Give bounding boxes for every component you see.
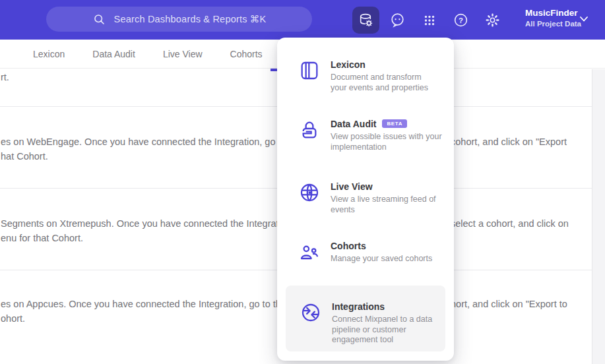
search-icon (92, 13, 106, 26)
menu-item-description: View a live streaming feed of events (331, 195, 453, 215)
gear-icon (484, 12, 501, 28)
question-circle-icon: ? (453, 12, 469, 28)
data-management-button[interactable] (352, 7, 379, 34)
project-name: MusicFinder (525, 7, 581, 19)
project-subtitle: All Project Data (525, 19, 581, 29)
integrations-arrows-icon (300, 302, 321, 323)
search-placeholder: Search Dashboards & Reports ⌘K (114, 14, 267, 24)
live-view-globe-icon (299, 182, 320, 203)
menu-item-lexicon[interactable]: Lexicon Document and transform your even… (299, 59, 439, 93)
row-text: es on WebEngage. Once you have connected… (1, 136, 302, 147)
data-audit-lock-icon (299, 119, 320, 140)
settings-button[interactable] (479, 7, 506, 34)
search-input[interactable]: Search Dashboards & Reports ⌘K (46, 7, 312, 32)
beta-badge: BETA (382, 119, 407, 128)
row-text: hort, and click on "Export to (451, 299, 567, 309)
menu-item-description: Connect Mixpanel to a data pipeline or c… (332, 315, 443, 346)
help-button[interactable]: ? (447, 7, 474, 34)
menu-item-title: Data Audit (331, 119, 376, 129)
row-text: hat Cohort. (1, 151, 48, 162)
menu-item-description: Document and transform your events and p… (331, 73, 439, 93)
row-text: Segments on Xtremepush. Once you have co… (1, 218, 294, 229)
cohorts-people-icon (299, 241, 320, 262)
menu-item-title: Live View (331, 181, 373, 192)
database-gear-icon (358, 12, 374, 28)
row-text: es on Appcues. Once you have connected t… (1, 299, 297, 309)
row-text: select a cohort, and click on (451, 218, 569, 229)
chevron-down-icon[interactable] (580, 16, 588, 22)
apps-grid-button[interactable] (416, 7, 443, 34)
menu-item-cohorts[interactable]: Cohorts Manage your saved cohorts (299, 241, 432, 264)
menu-item-data-audit[interactable]: Data AuditBETA View possible issues with… (299, 119, 454, 152)
menu-item-description: Manage your saved cohorts (331, 254, 432, 264)
menu-item-integrations[interactable]: Integrations Connect Mixpanel to a data … (300, 301, 443, 346)
menu-item-title: Lexicon (331, 59, 366, 70)
top-nav-bar: Search Dashboards & Reports ⌘K (0, 0, 605, 40)
menu-item-title: Integrations (332, 301, 385, 312)
tab-live-view[interactable]: Live View (163, 49, 203, 59)
chat-face-icon (389, 12, 406, 28)
scrollbar-gutter[interactable] (592, 69, 605, 364)
tab-data-audit[interactable]: Data Audit (92, 49, 135, 59)
tab-cohorts[interactable]: Cohorts (230, 49, 263, 59)
feedback-button[interactable] (384, 7, 411, 34)
row-text: enu for that Cohort. (1, 233, 83, 243)
row-text: rt. (1, 72, 9, 82)
data-management-dropdown: Lexicon Document and transform your even… (277, 38, 454, 361)
menu-item-live-view[interactable]: Live View View a live streaming feed of … (299, 181, 453, 215)
lexicon-book-icon (299, 60, 320, 81)
tab-lexicon[interactable]: Lexicon (33, 49, 65, 59)
menu-item-title: Cohorts (331, 241, 366, 251)
svg-text:?: ? (459, 16, 463, 24)
menu-item-description: View possible issues with your implement… (331, 132, 454, 152)
app-window: Search Dashboards & Reports ⌘K (0, 0, 605, 364)
row-text: ohort. (1, 313, 25, 324)
project-switcher[interactable]: MusicFinder All Project Data (525, 7, 581, 28)
row-text: cohort, and click on "Export (451, 136, 567, 147)
grid-dots-icon (422, 13, 437, 28)
